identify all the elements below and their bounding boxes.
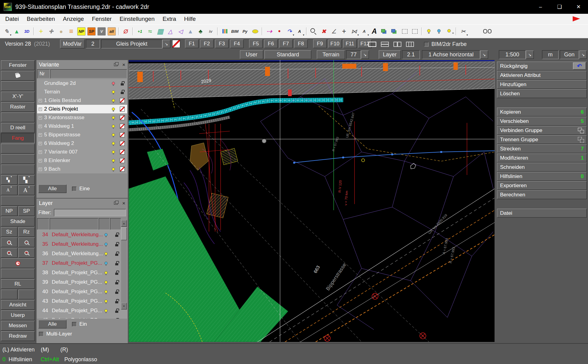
- variante-row[interactable]: 4 Waldweg 1: [37, 122, 127, 131]
- command-button[interactable]: Exportieren: [497, 181, 587, 190]
- terrain-dropdown-icon[interactable]: ↘: [361, 51, 369, 59]
- bulb-yellow-icon[interactable]: [425, 27, 433, 36]
- layer-bulb-column[interactable]: [99, 218, 110, 230]
- command-icon[interactable]: [578, 137, 584, 142]
- command-button[interactable]: Hinzufügen: [497, 80, 587, 89]
- command-button[interactable]: Aktivieren Attribut: [497, 71, 587, 80]
- visibility-bulb-icon[interactable]: [104, 233, 108, 236]
- visibility-bulb-icon[interactable]: [112, 90, 115, 93]
- clip-frame2-icon[interactable]: [411, 27, 419, 36]
- layer-num-column[interactable]: [37, 218, 49, 230]
- fkey-button[interactable]: F11: [343, 40, 357, 48]
- variante-state-icon[interactable]: [120, 107, 125, 112]
- sz-button[interactable]: Sz: [1, 227, 17, 237]
- variante-state-icon[interactable]: [120, 98, 125, 103]
- visibility-bulb-icon[interactable]: [104, 271, 108, 274]
- d-reell-button[interactable]: D reell: [1, 123, 35, 133]
- unlock-icon[interactable]: [114, 299, 119, 304]
- sidebar-blank[interactable]: [1, 196, 35, 206]
- layer-row[interactable]: 35 Default_Werkleitung...: [37, 239, 127, 249]
- scale-select[interactable]: 1:500: [499, 50, 526, 59]
- command-icon[interactable]: [578, 128, 584, 133]
- command-button[interactable]: Kopieren 6: [497, 108, 587, 116]
- no-snap-icon[interactable]: Ø: [122, 27, 130, 36]
- zoom-next-button[interactable]: [18, 248, 35, 258]
- ansicht-button[interactable]: Ansicht: [1, 300, 35, 310]
- command-button[interactable]: Modifizieren 1: [497, 154, 587, 162]
- layer-row[interactable]: 44 Default_Projekt_PG...: [37, 306, 127, 315]
- command-button[interactable]: Verbinden Gruppe: [497, 126, 587, 135]
- visibility-bulb-icon[interactable]: [112, 116, 115, 119]
- fenster-button[interactable]: Fenster: [1, 60, 35, 70]
- menu-item[interactable]: Bearbeiten: [23, 16, 59, 22]
- layer-row[interactable]: 36 Default_Werkleitung...: [37, 249, 127, 258]
- redraw-button[interactable]: Redraw: [1, 331, 35, 341]
- layer-row[interactable]: 40 Default_Projekt_PG...: [37, 287, 127, 296]
- eine-checkbox[interactable]: [72, 187, 77, 191]
- variante-row[interactable]: 2 Gleis Projekt: [37, 105, 127, 113]
- visibility-bulb-icon[interactable]: [104, 319, 108, 319]
- python-icon[interactable]: Py: [241, 27, 249, 36]
- layer-row[interactable]: 34 Default_Werkleitung...: [37, 230, 127, 239]
- np-button[interactable]: NP: [1, 206, 17, 216]
- sidebar-blank[interactable]: [1, 144, 35, 154]
- visibility-bulb-icon[interactable]: [104, 300, 108, 303]
- point-icon[interactable]: •: [275, 27, 283, 36]
- fkey-button[interactable]: F2: [200, 40, 214, 48]
- name-column-header[interactable]: [50, 69, 127, 78]
- text-icon[interactable]: A: [295, 27, 304, 36]
- unlock-icon[interactable]: [114, 261, 119, 266]
- angle-unit-select[interactable]: Gon: [560, 50, 579, 59]
- axis-dropdown-icon[interactable]: ↘: [480, 51, 488, 59]
- dock-icon[interactable]: [114, 202, 118, 205]
- layout-single-button[interactable]: [367, 40, 378, 48]
- visibility-bulb-icon[interactable]: [104, 262, 108, 265]
- menu-item[interactable]: Einstellungen: [116, 16, 158, 22]
- polyline-icon[interactable]: ≈: [146, 27, 154, 36]
- visibility-bulb-icon[interactable]: [112, 108, 115, 111]
- flag-icon[interactable]: [573, 16, 580, 21]
- drawing-canvas[interactable]: 2029663BipperstrasseUE. km 6542.647R = 5…: [129, 60, 495, 342]
- unlock-icon[interactable]: [114, 242, 119, 247]
- visibility-bulb-icon[interactable]: [104, 252, 108, 255]
- v-badge[interactable]: V: [97, 27, 106, 36]
- fkey-button[interactable]: F10: [328, 40, 342, 48]
- modvar-value[interactable]: 2: [86, 40, 100, 48]
- scroll-down-icon[interactable]: ▼: [121, 303, 127, 309]
- pattern-large-button[interactable]: [18, 175, 35, 185]
- pen-color-swatch[interactable]: [172, 40, 180, 48]
- maximize-button[interactable]: ❑: [550, 0, 569, 14]
- scale-text-icon[interactable]: A: [360, 27, 368, 36]
- visibility-bulb-icon[interactable]: [112, 133, 115, 136]
- copy-attribute2-icon[interactable]: [390, 27, 399, 36]
- layer-value[interactable]: 2.1: [402, 50, 420, 59]
- binoculars-icon[interactable]: [483, 27, 491, 36]
- variante-state-icon[interactable]: [120, 132, 125, 137]
- expand-icon[interactable]: [39, 150, 42, 154]
- variant-preset-dropdown-icon[interactable]: ↘: [162, 40, 170, 48]
- visibility-bulb-icon[interactable]: [112, 142, 115, 145]
- variante-state-icon[interactable]: [120, 167, 125, 172]
- arc-icon[interactable]: ↷: [285, 27, 294, 36]
- menu-item[interactable]: Hilfe: [180, 16, 200, 22]
- close-icon[interactable]: ×: [122, 201, 125, 206]
- profile-icon[interactable]: ≡: [67, 27, 75, 36]
- zoom-out-button[interactable]: [18, 237, 35, 247]
- expand-icon[interactable]: [39, 168, 42, 171]
- 3d-icon[interactable]: 3D: [23, 27, 31, 36]
- fang-button[interactable]: Fang: [1, 133, 35, 143]
- text-small-button[interactable]: [1, 185, 17, 195]
- sp-badge[interactable]: SP: [87, 27, 96, 36]
- variante-row[interactable]: 7 Variante 007: [37, 148, 127, 156]
- variante-row[interactable]: 9 Bach: [37, 165, 127, 173]
- visibility-bulb-icon[interactable]: [104, 281, 108, 284]
- raster-button[interactable]: Raster: [1, 102, 35, 112]
- menu-item[interactable]: Anzeige: [59, 16, 88, 22]
- command-button[interactable]: Berechnen: [497, 190, 587, 199]
- userp-button[interactable]: Userp: [1, 310, 35, 320]
- sidebar-blank[interactable]: [1, 290, 17, 299]
- text-large-button[interactable]: [18, 185, 35, 195]
- np-badge[interactable]: NP: [77, 27, 85, 36]
- command-button[interactable]: Hilfslinien 0: [497, 172, 587, 181]
- fkey-button[interactable]: F8: [294, 40, 308, 48]
